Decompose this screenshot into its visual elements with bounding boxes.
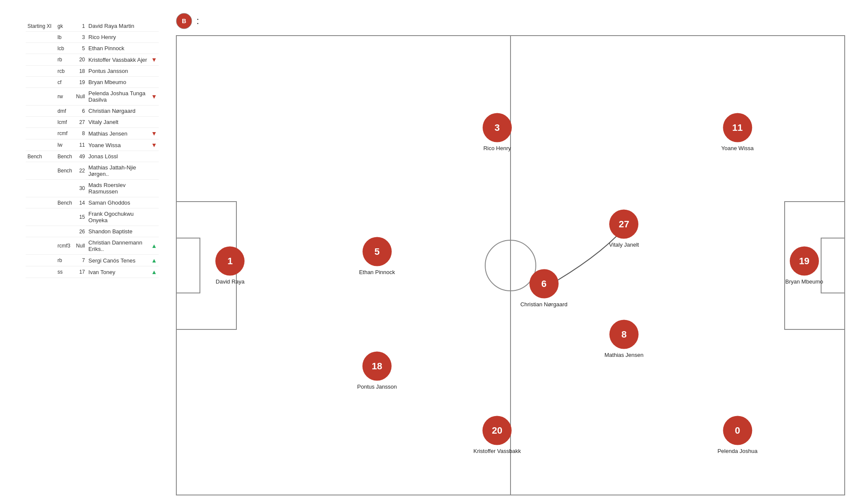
position-label: [56, 180, 74, 197]
pitch-formation-title: :: [196, 15, 199, 27]
substitution-icon: [149, 106, 159, 117]
player-name: Mathias Jensen: [87, 128, 149, 139]
player-name-label-yoane: Yoane Wissa: [721, 145, 753, 151]
substitution-icon: ▲: [149, 255, 159, 266]
position-label: dmf: [56, 106, 74, 117]
substitution-icon: ▼: [149, 139, 159, 151]
substitution-icon: ▲: [149, 266, 159, 278]
player-name: Bryan Mbeumo: [87, 77, 149, 88]
substitution-icon: [149, 208, 159, 226]
player-number: 17: [74, 266, 87, 278]
section-label: [26, 43, 56, 54]
player-name-label-rico: Rico Henry: [483, 145, 511, 151]
position-label: rb: [56, 255, 74, 266]
player-name-label-mathias: Mathias Jensen: [604, 351, 644, 358]
position-label: Bench: [56, 162, 74, 180]
player-name-label-david-raya: David Raya: [216, 278, 245, 284]
position-label: [56, 208, 74, 226]
position-label: cf: [56, 77, 74, 88]
player-name-label-pontus: Pontus Jansson: [357, 383, 397, 390]
left-goal-box: [177, 238, 200, 293]
position-label: rcmf3: [56, 237, 74, 255]
player-kristoffer: 20 Kristoffer Vassbakk: [473, 416, 521, 454]
player-number: 19: [74, 77, 87, 88]
position-label: lw: [56, 139, 74, 151]
player-number: 1: [74, 21, 87, 32]
player-name-label-ethan: Ethan Pinnock: [359, 269, 395, 275]
right-goal-box: [821, 238, 844, 293]
section-label: [26, 77, 56, 88]
left-panel: Starting XI gk 1 David Raya Martin lb 3 …: [0, 0, 167, 504]
player-name: Sergi Canós Tenes: [87, 255, 149, 266]
player-number: 5: [74, 43, 87, 54]
section-label: [26, 88, 56, 106]
section-label: [26, 180, 56, 197]
player-bryan: 19 Bryan Mbeumo: [785, 246, 823, 284]
player-name: Kristoffer Vassbakk Ajer: [87, 54, 149, 66]
substitution-icon: [149, 77, 159, 88]
section-label: [26, 266, 56, 278]
pitch-container: 1 David Raya 18 Pontus Jansson 5 Ethan P…: [176, 35, 845, 495]
player-circle-pelenda: 0: [723, 416, 752, 445]
player-name: Christian Nørgaard: [87, 106, 149, 117]
player-name: Saman Ghoddos: [87, 197, 149, 208]
player-circle-bryan: 19: [790, 246, 819, 275]
player-circle-pontus: 18: [363, 352, 392, 381]
player-yoane: 11 Yoane Wissa: [721, 113, 753, 151]
player-circle-mathias: 8: [610, 320, 639, 349]
substitution-icon: ▼: [149, 88, 159, 106]
player-number: 8: [74, 128, 87, 139]
player-number: 3: [74, 32, 87, 43]
club-logo-icon: B: [176, 13, 192, 29]
section-label: [26, 66, 56, 77]
player-name: Ivan Toney: [87, 266, 149, 278]
section-label: [26, 162, 56, 180]
position-label: rcmf: [56, 128, 74, 139]
position-label: [56, 226, 74, 237]
player-name: David Raya Martin: [87, 21, 149, 32]
position-label: rw: [56, 88, 74, 106]
player-number: 7: [74, 255, 87, 266]
section-label: [26, 117, 56, 128]
player-number: 11: [74, 139, 87, 151]
player-circle-yoane: 11: [723, 113, 752, 142]
player-name: Rico Henry: [87, 32, 149, 43]
svg-text:B: B: [182, 18, 186, 24]
player-number: 26: [74, 226, 87, 237]
player-number: 6: [74, 106, 87, 117]
position-label: Bench: [56, 151, 74, 162]
player-name: Vitaly Janelt: [87, 117, 149, 128]
pitch-header: B :: [176, 13, 845, 29]
player-number: Null: [74, 88, 87, 106]
player-name: Ethan Pinnock: [87, 43, 149, 54]
substitution-icon: [149, 43, 159, 54]
player-number: 14: [74, 197, 87, 208]
player-circle-christian: 6: [529, 269, 559, 298]
pitch: 1 David Raya 18 Pontus Jansson 5 Ethan P…: [176, 35, 845, 495]
right-panel: B : 1 David Raya 18 Pontus Jansson: [167, 0, 858, 504]
substitution-icon: [149, 66, 159, 77]
section-label: Starting XI: [26, 21, 56, 32]
player-pelenda: 0 Pelenda Joshua: [717, 416, 757, 454]
player-number: 20: [74, 54, 87, 66]
player-name: Jonas Lössl: [87, 151, 149, 162]
player-ethan: 5 Ethan Pinnock: [359, 237, 395, 275]
player-name: Yoane Wissa: [87, 139, 149, 151]
substitution-icon: [149, 32, 159, 43]
player-name-label-kristoffer: Kristoffer Vassbakk: [473, 448, 521, 454]
position-label: Bench: [56, 197, 74, 208]
player-name: Christian Dannemann Eriks..: [87, 237, 149, 255]
position-label: lcmf: [56, 117, 74, 128]
player-name-label-christian: Christian Nørgaard: [520, 301, 568, 307]
player-name-label-pelenda: Pelenda Joshua: [717, 448, 757, 454]
player-number: 49: [74, 151, 87, 162]
player-mathias: 8 Mathias Jensen: [604, 320, 644, 358]
section-label: [26, 255, 56, 266]
right-goal: [844, 250, 845, 281]
substitution-icon: [149, 197, 159, 208]
position-label: rb: [56, 54, 74, 66]
player-name: Pelenda Joshua Tunga Dasilva: [87, 88, 149, 106]
player-circle-kristoffer: 20: [483, 416, 512, 445]
lineup-table: Starting XI gk 1 David Raya Martin lb 3 …: [26, 21, 159, 278]
left-goal: [176, 250, 177, 281]
